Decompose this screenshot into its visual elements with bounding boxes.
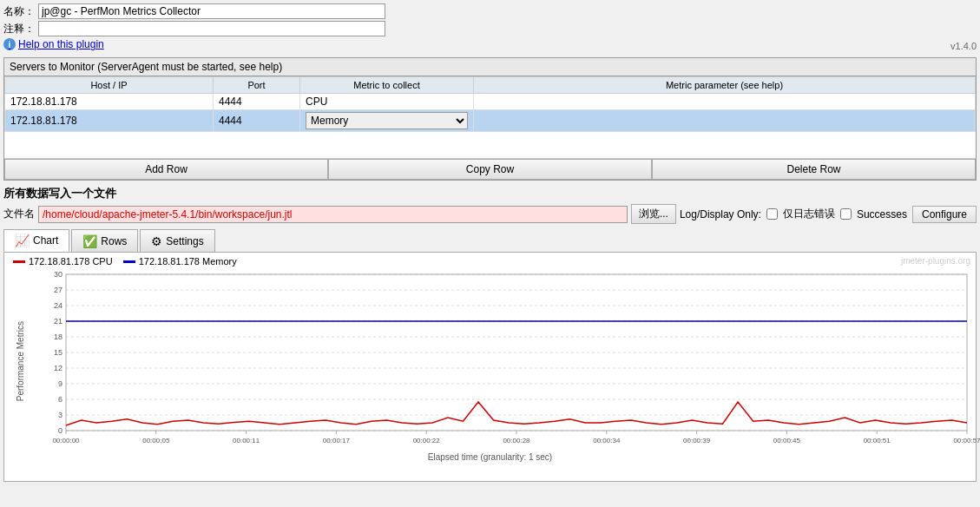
legend-item: 172.18.81.178 CPU [13,256,113,267]
name-input[interactable] [38,3,385,19]
svg-text:27: 27 [54,286,62,294]
copy-row-button[interactable]: Copy Row [328,159,652,180]
file-input[interactable] [38,206,628,223]
delete-row-button[interactable]: Delete Row [652,159,976,180]
svg-text:00:00:17: 00:00:17 [323,437,351,444]
col-header-param: Metric parameter (see help) [474,77,976,94]
add-row-button[interactable]: Add Row [4,159,328,180]
svg-text:0: 0 [58,426,62,435]
svg-text:00:00:39: 00:00:39 [683,437,711,444]
col-header-metric: Metric to collect [300,77,474,94]
cell-param [474,110,976,132]
servers-title: Servers to Monitor (ServerAgent must be … [4,58,976,76]
browse-button[interactable]: 浏览... [631,204,676,224]
notes-input[interactable] [38,21,385,36]
tab-label: Settings [166,235,203,247]
configure-button[interactable]: Configure [912,206,977,223]
name-label: 名称： [3,4,35,19]
svg-text:00:00:22: 00:00:22 [413,437,441,444]
help-link[interactable]: i Help on this plugin [3,38,104,50]
servers-section: Servers to Monitor (ServerAgent must be … [3,57,977,181]
cell-port: 4444 [214,110,300,132]
legend-label: 172.18.81.178 CPU [29,256,113,267]
table-row: 172.18.81.178 4444 MemoryCPUSwapNetwork [5,110,976,132]
chart-legend: 172.18.81.178 CPU172.18.81.178 Memory [4,253,976,270]
log-display-label: Log/Display Only: [680,208,761,221]
col-header-port: Port [214,77,300,94]
col-header-host: Host / IP [5,77,214,94]
svg-text:24: 24 [54,301,62,310]
successes-checkbox[interactable] [840,208,852,220]
svg-text:00:00:11: 00:00:11 [233,437,260,444]
cell-param [474,94,976,110]
chart-watermark: jmeter-plugins.org [901,256,970,266]
svg-text:00:00:05: 00:00:05 [142,437,170,444]
settings-icon: ⚙ [151,234,162,248]
notes-label: 注释： [3,22,35,36]
svg-text:30: 30 [54,270,62,279]
rows-icon: ✅ [82,234,97,248]
svg-text:00:00:51: 00:00:51 [864,437,891,444]
legend-label: 172.18.81.178 Memory [139,256,237,267]
servers-buttons-row: Add Row Copy Row Delete Row [4,158,976,180]
tab-rows[interactable]: ✅Rows [71,229,138,252]
log-errors-label: 仅日志错误 [783,207,835,221]
cell-host: 172.18.81.178 [5,110,214,132]
y-axis-label: Performance Metrics [16,321,25,401]
svg-text:9: 9 [58,379,62,388]
svg-text:00:00:34: 00:00:34 [593,437,621,444]
svg-text:18: 18 [54,333,62,341]
svg-text:00:00:28: 00:00:28 [503,437,530,444]
x-axis-label: Elapsed time (granularity: 1 sec) [4,452,976,464]
cell-host: 172.18.81.178 [5,94,214,110]
svg-text:3: 3 [58,411,62,419]
legend-item: 172.18.81.178 Memory [123,256,237,267]
svg-text:12: 12 [54,364,62,372]
tabs-row: 📈Chart✅Rows⚙Settings [3,229,977,252]
servers-table: Host / IP Port Metric to collect Metric … [4,76,976,132]
table-row: 172.18.81.178 4444 CPU [5,94,976,110]
chart-icon: 📈 [15,234,30,247]
successes-label: Successes [857,208,907,221]
cell-metric: MemoryCPUSwapNetwork [300,110,474,132]
tab-settings[interactable]: ⚙Settings [140,229,214,252]
log-display-row: Log/Display Only: 仅日志错误 Successes Config… [680,206,977,223]
help-icon: i [3,38,16,50]
svg-text:21: 21 [54,317,62,326]
tab-label: Rows [101,235,127,247]
chart-area: jmeter-plugins.org 172.18.81.178 CPU172.… [3,252,977,482]
help-link-text: Help on this plugin [18,38,104,50]
cell-port: 4444 [214,94,300,110]
cell-metric: CPU [300,94,474,110]
svg-text:00:00:45: 00:00:45 [773,437,801,444]
svg-text:00:00:57: 00:00:57 [953,437,980,444]
svg-text:15: 15 [54,348,62,357]
file-row: 文件名 浏览... Log/Display Only: 仅日志错误 Succes… [3,204,977,224]
tab-chart[interactable]: 📈Chart [3,229,69,252]
svg-text:6: 6 [58,395,62,404]
all-data-label: 所有数据写入一个文件 [3,186,977,201]
tab-label: Chart [33,234,58,247]
svg-text:00:00:00: 00:00:00 [52,437,80,444]
log-errors-checkbox[interactable] [766,208,778,220]
version-label: v1.4.0 [950,41,977,51]
file-label: 文件名 [3,207,35,221]
metric-select[interactable]: MemoryCPUSwapNetwork [306,112,468,129]
